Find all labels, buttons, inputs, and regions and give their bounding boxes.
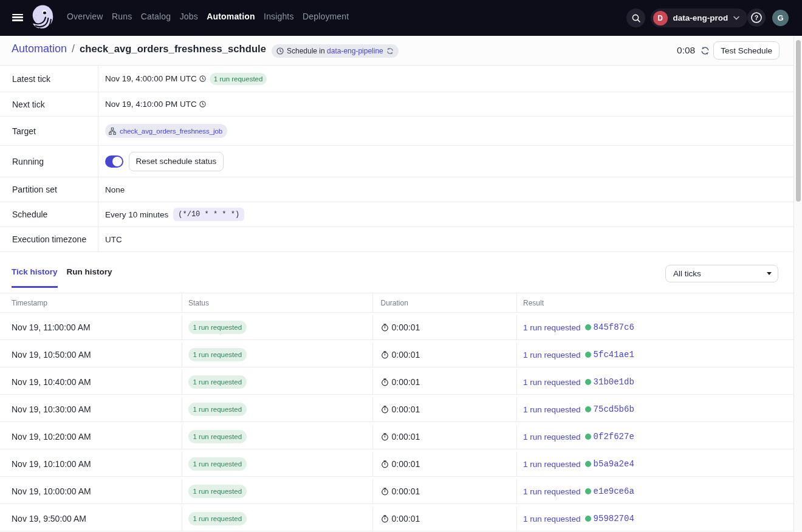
svg-text:?: ?	[755, 14, 758, 21]
